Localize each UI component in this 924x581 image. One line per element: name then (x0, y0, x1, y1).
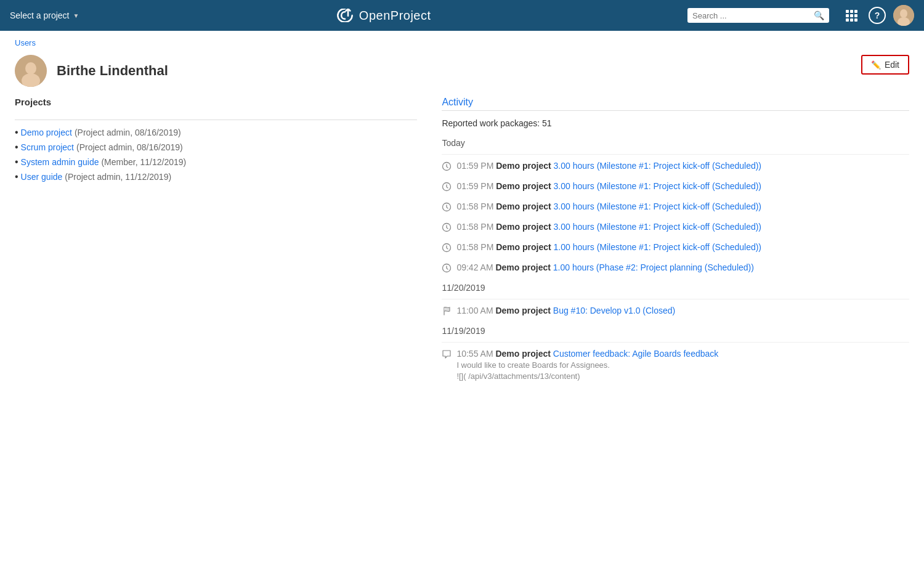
svg-point-1 (900, 9, 907, 18)
list-item: System admin guide (Member, 11/12/2019) (15, 157, 417, 167)
project-link[interactable]: Demo project (21, 128, 72, 137)
activity-divider (442, 110, 909, 111)
activity-text: 01:58 PM Demo project 3.00 hours (Milest… (456, 201, 761, 211)
date-section-1119: 11/19/2019 10:55 AM Demo project Custome… (442, 326, 909, 382)
date-divider (442, 342, 909, 343)
activity-project: Demo project (496, 161, 553, 171)
date-label: 11/19/2019 (442, 326, 909, 338)
projects-section: Projects Demo project (Project admin, 08… (15, 97, 417, 392)
activity-text: 10:55 AM Demo project Customer feedback:… (456, 349, 718, 382)
project-selector-label: Select a project (10, 10, 70, 20)
date-label: Today (442, 138, 909, 150)
logo-text: OpenProject (359, 9, 431, 23)
date-divider (442, 154, 909, 155)
activity-item: 01:58 PM Demo project 1.00 hours (Milest… (442, 242, 909, 253)
openproject-logo-icon (336, 9, 354, 22)
clock-icon (442, 182, 452, 192)
edit-pencil-icon: ✏️ (871, 60, 881, 70)
comment-icon (442, 349, 452, 359)
activity-link[interactable]: 1.00 hours (Milestone #1: Project kick-o… (554, 242, 761, 252)
logo-area: OpenProject (86, 9, 680, 23)
list-item: Demo project (Project admin, 08/16/2019) (15, 128, 417, 137)
search-icon[interactable]: 🔍 (814, 10, 824, 20)
content-area: Projects Demo project (Project admin, 08… (0, 97, 924, 392)
clock-icon (442, 202, 452, 212)
activity-text: 11:00 AM Demo project Bug #10: Develop v… (456, 306, 675, 315)
project-meta: (Member, 11/12/2019) (101, 157, 186, 167)
help-icon[interactable]: ? (869, 7, 886, 24)
activity-item: 09:42 AM Demo project 1.00 hours (Phase … (442, 262, 909, 273)
top-navigation: Select a project ▼ OpenProject 🔍 ? (0, 0, 924, 31)
modules-icon[interactable] (841, 6, 861, 25)
user-header: Birthe Lindenthal ✏️ Edit (0, 50, 924, 97)
activity-link[interactable]: Customer feedback: Agile Boards feedback (553, 349, 719, 359)
activity-project: Demo project (495, 306, 553, 315)
clock-icon (442, 263, 452, 273)
activity-item: 01:58 PM Demo project 3.00 hours (Milest… (442, 201, 909, 212)
user-name: Birthe Lindenthal (57, 63, 168, 79)
date-label: 11/20/2019 (442, 283, 909, 295)
activity-text: 01:58 PM Demo project 1.00 hours (Milest… (456, 242, 761, 252)
nav-icons: ? (841, 5, 914, 26)
activity-project: Demo project (496, 242, 553, 252)
activity-time: 11:00 AM (456, 306, 493, 315)
activity-item: 10:55 AM Demo project Customer feedback:… (442, 349, 909, 382)
user-profile-avatar (15, 55, 47, 87)
chevron-down-icon: ▼ (73, 12, 79, 19)
activity-link[interactable]: 3.00 hours (Milestone #1: Project kick-o… (554, 201, 761, 211)
projects-list: Demo project (Project admin, 08/16/2019)… (15, 128, 417, 182)
activity-time: 01:58 PM (456, 242, 493, 252)
project-selector[interactable]: Select a project ▼ (10, 10, 79, 20)
activity-item: 11:00 AM Demo project Bug #10: Develop v… (442, 306, 909, 316)
activity-project: Demo project (496, 181, 553, 191)
activity-item: 01:58 PM Demo project 3.00 hours (Milest… (442, 222, 909, 232)
clock-icon (442, 243, 452, 253)
date-section-today: Today 01:59 PM Demo project 3.00 hours (… (442, 138, 909, 273)
activity-time: 01:59 PM (456, 181, 493, 191)
project-link[interactable]: User guide (21, 172, 63, 182)
activity-project: Demo project (495, 262, 553, 272)
user-avatar-image (15, 55, 47, 87)
project-link[interactable]: System admin guide (21, 157, 99, 167)
clock-icon (442, 161, 452, 171)
project-meta: (Project admin, 11/12/2019) (65, 172, 171, 182)
activity-link[interactable]: 3.00 hours (Milestone #1: Project kick-o… (554, 181, 761, 191)
activity-link[interactable]: Bug #10: Develop v1.0 (Closed) (553, 306, 675, 315)
flag-icon (442, 306, 452, 316)
search-input[interactable] (692, 11, 810, 20)
activity-item: 01:59 PM Demo project 3.00 hours (Milest… (442, 161, 909, 171)
activity-time: 01:58 PM (456, 222, 493, 232)
projects-title: Projects (15, 97, 417, 112)
activity-text: 01:58 PM Demo project 3.00 hours (Milest… (456, 222, 761, 232)
users-breadcrumb-link[interactable]: Users (15, 38, 36, 47)
breadcrumb: Users (0, 31, 924, 50)
date-divider (442, 299, 909, 299)
activity-project: Demo project (495, 349, 553, 359)
activity-project: Demo project (496, 201, 553, 211)
user-avatar-nav[interactable] (893, 5, 914, 26)
edit-button[interactable]: ✏️ Edit (861, 55, 909, 75)
list-item: Scrum project (Project admin, 08/16/2019… (15, 142, 417, 152)
search-box: 🔍 (687, 8, 829, 23)
activity-link[interactable]: 3.00 hours (Milestone #1: Project kick-o… (554, 161, 761, 171)
list-item: User guide (Project admin, 11/12/2019) (15, 172, 417, 182)
activity-link[interactable]: 1.00 hours (Phase #2: Project planning (… (553, 262, 754, 272)
reported-count: Reported work packages: 51 (442, 118, 909, 128)
activity-link[interactable]: 3.00 hours (Milestone #1: Project kick-o… (554, 222, 761, 232)
activity-text: 01:59 PM Demo project 3.00 hours (Milest… (456, 161, 761, 171)
date-section-1120: 11/20/2019 11:00 AM Demo project Bug #10… (442, 283, 909, 316)
svg-point-4 (25, 62, 36, 75)
activity-section: Activity Reported work packages: 51 Toda… (442, 97, 909, 392)
activity-time: 01:58 PM (456, 201, 493, 211)
clock-icon (442, 222, 452, 232)
avatar-image (893, 5, 914, 26)
activity-comment: I would like to create Boards for Assign… (456, 360, 718, 382)
edit-button-label: Edit (885, 60, 899, 70)
project-meta: (Project admin, 08/16/2019) (75, 128, 181, 137)
activity-text: 09:42 AM Demo project 1.00 hours (Phase … (456, 262, 754, 272)
activity-time: 10:55 AM (456, 349, 493, 359)
project-meta: (Project admin, 08/16/2019) (76, 142, 183, 152)
activity-time: 09:42 AM (456, 262, 493, 272)
activity-title: Activity (442, 97, 909, 108)
project-link[interactable]: Scrum project (21, 142, 74, 152)
